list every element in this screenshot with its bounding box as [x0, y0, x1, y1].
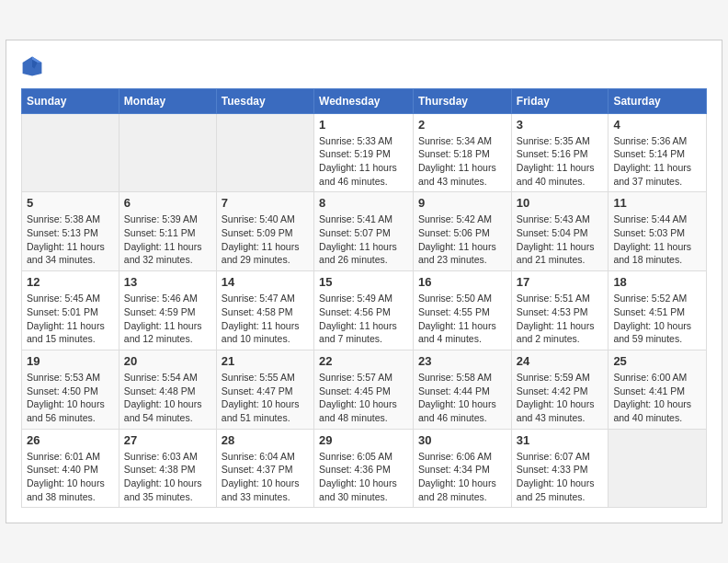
day-number: 14 — [222, 275, 309, 289]
day-info: Sunrise: 6:05 AM Sunset: 4:36 PM Dayligh… — [319, 450, 408, 504]
day-number: 23 — [418, 354, 506, 368]
calendar-week-row: 19Sunrise: 5:53 AM Sunset: 4:50 PM Dayli… — [22, 350, 707, 429]
weekday-header: Tuesday — [216, 88, 313, 113]
day-info: Sunrise: 5:50 AM Sunset: 4:55 PM Dayligh… — [418, 292, 506, 346]
day-info: Sunrise: 6:06 AM Sunset: 4:34 PM Dayligh… — [418, 450, 506, 504]
calendar-cell: 13Sunrise: 5:46 AM Sunset: 4:59 PM Dayli… — [119, 271, 216, 350]
day-info: Sunrise: 5:52 AM Sunset: 4:51 PM Dayligh… — [613, 292, 701, 346]
day-number: 13 — [124, 275, 211, 289]
day-info: Sunrise: 5:41 AM Sunset: 5:07 PM Dayligh… — [319, 213, 408, 267]
day-number: 16 — [418, 275, 506, 289]
calendar-cell — [609, 429, 707, 508]
calendar-container: SundayMondayTuesdayWednesdayThursdayFrid… — [6, 40, 722, 524]
weekday-header: Thursday — [414, 88, 512, 113]
day-number: 15 — [319, 275, 408, 289]
day-number: 22 — [319, 354, 408, 368]
day-info: Sunrise: 6:01 AM Sunset: 4:40 PM Dayligh… — [27, 450, 114, 504]
calendar-cell — [119, 113, 216, 192]
day-number: 7 — [222, 196, 309, 210]
day-number: 1 — [319, 118, 408, 132]
calendar-cell: 4Sunrise: 5:36 AM Sunset: 5:14 PM Daylig… — [609, 113, 707, 192]
day-info: Sunrise: 5:45 AM Sunset: 5:01 PM Dayligh… — [27, 292, 114, 346]
calendar-week-row: 26Sunrise: 6:01 AM Sunset: 4:40 PM Dayli… — [22, 429, 707, 508]
day-info: Sunrise: 5:43 AM Sunset: 5:04 PM Dayligh… — [517, 213, 604, 267]
day-info: Sunrise: 5:51 AM Sunset: 4:53 PM Dayligh… — [517, 292, 604, 346]
calendar-cell: 25Sunrise: 6:00 AM Sunset: 4:41 PM Dayli… — [609, 350, 707, 429]
calendar-cell: 17Sunrise: 5:51 AM Sunset: 4:53 PM Dayli… — [511, 271, 609, 350]
day-number: 17 — [517, 275, 604, 289]
calendar-cell — [22, 113, 119, 192]
calendar-cell: 19Sunrise: 5:53 AM Sunset: 4:50 PM Dayli… — [22, 350, 119, 429]
day-number: 20 — [124, 354, 211, 368]
weekday-header: Sunday — [22, 88, 119, 113]
day-info: Sunrise: 6:04 AM Sunset: 4:37 PM Dayligh… — [222, 450, 309, 504]
calendar-cell: 20Sunrise: 5:54 AM Sunset: 4:48 PM Dayli… — [119, 350, 216, 429]
day-number: 31 — [517, 433, 604, 447]
calendar-week-row: 5Sunrise: 5:38 AM Sunset: 5:13 PM Daylig… — [22, 192, 707, 271]
day-number: 10 — [517, 196, 604, 210]
calendar-week-row: 1Sunrise: 5:33 AM Sunset: 5:19 PM Daylig… — [22, 113, 707, 192]
day-number: 11 — [613, 196, 701, 210]
calendar-cell: 11Sunrise: 5:44 AM Sunset: 5:03 PM Dayli… — [609, 192, 707, 271]
day-number: 6 — [124, 196, 211, 210]
weekday-header: Friday — [511, 88, 609, 113]
day-info: Sunrise: 5:47 AM Sunset: 4:58 PM Dayligh… — [222, 292, 309, 346]
day-number: 5 — [27, 196, 114, 210]
calendar-cell: 27Sunrise: 6:03 AM Sunset: 4:38 PM Dayli… — [119, 429, 216, 508]
day-info: Sunrise: 5:36 AM Sunset: 5:14 PM Dayligh… — [613, 134, 701, 189]
calendar-cell: 1Sunrise: 5:33 AM Sunset: 5:19 PM Daylig… — [314, 113, 414, 192]
calendar-cell: 7Sunrise: 5:40 AM Sunset: 5:09 PM Daylig… — [216, 192, 313, 271]
calendar-cell: 9Sunrise: 5:42 AM Sunset: 5:06 PM Daylig… — [414, 192, 512, 271]
weekday-header: Monday — [119, 88, 216, 113]
day-number: 24 — [517, 354, 604, 368]
calendar-cell: 30Sunrise: 6:06 AM Sunset: 4:34 PM Dayli… — [414, 429, 512, 508]
day-info: Sunrise: 6:07 AM Sunset: 4:33 PM Dayligh… — [517, 450, 604, 504]
day-info: Sunrise: 5:57 AM Sunset: 4:45 PM Dayligh… — [319, 371, 408, 425]
day-info: Sunrise: 5:53 AM Sunset: 4:50 PM Dayligh… — [27, 371, 114, 425]
logo-icon — [21, 55, 43, 77]
day-number: 2 — [418, 118, 506, 132]
day-info: Sunrise: 5:46 AM Sunset: 4:59 PM Dayligh… — [124, 292, 211, 346]
day-info: Sunrise: 6:03 AM Sunset: 4:38 PM Dayligh… — [124, 450, 211, 504]
calendar-cell: 6Sunrise: 5:39 AM Sunset: 5:11 PM Daylig… — [119, 192, 216, 271]
day-info: Sunrise: 5:42 AM Sunset: 5:06 PM Dayligh… — [418, 213, 506, 267]
day-info: Sunrise: 5:39 AM Sunset: 5:11 PM Dayligh… — [124, 213, 211, 267]
weekday-header-row: SundayMondayTuesdayWednesdayThursdayFrid… — [22, 88, 707, 113]
day-number: 4 — [613, 118, 701, 132]
logo — [21, 55, 47, 77]
calendar-cell: 8Sunrise: 5:41 AM Sunset: 5:07 PM Daylig… — [314, 192, 414, 271]
day-info: Sunrise: 5:59 AM Sunset: 4:42 PM Dayligh… — [517, 371, 604, 425]
calendar-cell: 24Sunrise: 5:59 AM Sunset: 4:42 PM Dayli… — [511, 350, 609, 429]
calendar-cell: 16Sunrise: 5:50 AM Sunset: 4:55 PM Dayli… — [414, 271, 512, 350]
day-number: 12 — [27, 275, 114, 289]
weekday-header: Wednesday — [314, 88, 414, 113]
day-info: Sunrise: 5:44 AM Sunset: 5:03 PM Dayligh… — [613, 213, 701, 267]
calendar-cell: 10Sunrise: 5:43 AM Sunset: 5:04 PM Dayli… — [511, 192, 609, 271]
day-number: 29 — [319, 433, 408, 447]
day-info: Sunrise: 5:54 AM Sunset: 4:48 PM Dayligh… — [124, 371, 211, 425]
calendar-cell — [216, 113, 313, 192]
day-number: 25 — [613, 354, 701, 368]
day-number: 28 — [222, 433, 309, 447]
day-info: Sunrise: 5:38 AM Sunset: 5:13 PM Dayligh… — [27, 213, 114, 267]
calendar-cell: 26Sunrise: 6:01 AM Sunset: 4:40 PM Dayli… — [22, 429, 119, 508]
calendar-cell: 28Sunrise: 6:04 AM Sunset: 4:37 PM Dayli… — [216, 429, 313, 508]
day-info: Sunrise: 5:34 AM Sunset: 5:18 PM Dayligh… — [418, 134, 506, 189]
day-number: 19 — [27, 354, 114, 368]
calendar-cell: 12Sunrise: 5:45 AM Sunset: 5:01 PM Dayli… — [22, 271, 119, 350]
calendar-cell: 2Sunrise: 5:34 AM Sunset: 5:18 PM Daylig… — [414, 113, 512, 192]
day-number: 27 — [124, 433, 211, 447]
day-info: Sunrise: 5:49 AM Sunset: 4:56 PM Dayligh… — [319, 292, 408, 346]
day-info: Sunrise: 6:00 AM Sunset: 4:41 PM Dayligh… — [613, 371, 701, 425]
day-number: 8 — [319, 196, 408, 210]
day-info: Sunrise: 5:33 AM Sunset: 5:19 PM Dayligh… — [319, 134, 408, 189]
calendar-cell: 14Sunrise: 5:47 AM Sunset: 4:58 PM Dayli… — [216, 271, 313, 350]
day-number: 21 — [222, 354, 309, 368]
day-number: 26 — [27, 433, 114, 447]
day-info: Sunrise: 5:58 AM Sunset: 4:44 PM Dayligh… — [418, 371, 506, 425]
calendar-grid: SundayMondayTuesdayWednesdayThursdayFrid… — [21, 88, 707, 509]
calendar-cell: 21Sunrise: 5:55 AM Sunset: 4:47 PM Dayli… — [216, 350, 313, 429]
weekday-header: Saturday — [609, 88, 707, 113]
day-info: Sunrise: 5:35 AM Sunset: 5:16 PM Dayligh… — [517, 134, 604, 189]
calendar-cell: 5Sunrise: 5:38 AM Sunset: 5:13 PM Daylig… — [22, 192, 119, 271]
